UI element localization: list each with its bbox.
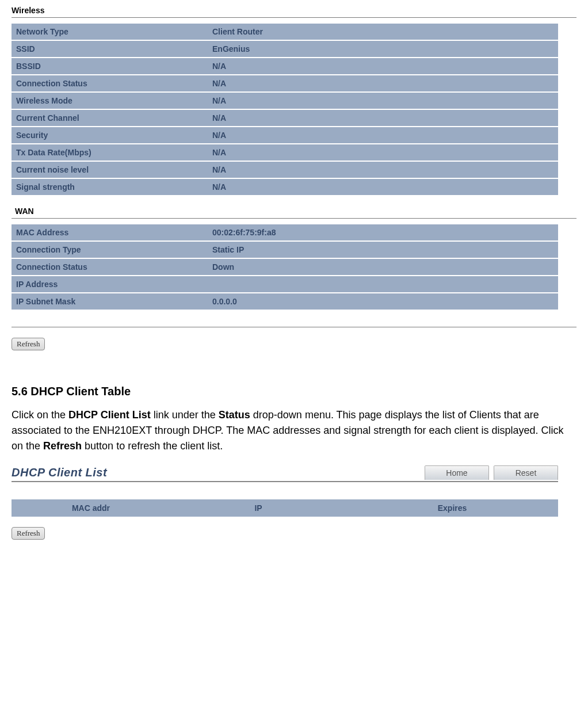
- doc-bold: Status: [219, 409, 250, 421]
- doc-text: button to refresh the client list.: [82, 440, 223, 452]
- row-label: Current noise level: [12, 162, 208, 178]
- table-row: Tx Data Rate(Mbps)N/A: [12, 144, 558, 161]
- row-label: Security: [12, 127, 208, 143]
- row-label: Connection Type: [12, 242, 208, 258]
- row-value: N/A: [208, 75, 558, 91]
- dhcp-client-table: MAC addr IP Expires: [12, 499, 558, 517]
- dhcp-header: DHCP Client List Home Reset: [12, 465, 558, 480]
- table-row: Network TypeClient Router: [12, 24, 558, 40]
- wireless-section-title: Wireless: [12, 6, 576, 15]
- table-row: BSSIDN/A: [12, 58, 558, 74]
- refresh-button[interactable]: Refresh: [12, 338, 45, 350]
- row-label: BSSID: [12, 58, 208, 74]
- row-label: IP Address: [12, 276, 208, 292]
- row-label: MAC Address: [12, 224, 208, 240]
- table-row: Wireless ModeN/A: [12, 93, 558, 109]
- doc-bold: DHCP Client List: [68, 409, 151, 421]
- row-label: Network Type: [12, 24, 208, 40]
- row-value: Static IP: [208, 242, 558, 258]
- row-value: 00:02:6f:75:9f:a8: [208, 224, 558, 240]
- row-value: N/A: [208, 127, 558, 143]
- table-row: Connection StatusDown: [12, 259, 558, 275]
- doc-text: Click on the: [12, 409, 68, 421]
- refresh-button[interactable]: Refresh: [12, 527, 45, 540]
- col-expires-header: Expires: [346, 499, 558, 517]
- row-label: Connection Status: [12, 259, 208, 275]
- row-label: Tx Data Rate(Mbps): [12, 144, 208, 161]
- row-label: IP Subnet Mask: [12, 293, 208, 310]
- wan-section-title: WAN: [12, 207, 576, 216]
- table-header-row: MAC addr IP Expires: [12, 499, 558, 517]
- table-row: Connection TypeStatic IP: [12, 242, 558, 258]
- row-value: [208, 276, 558, 292]
- row-value: Down: [208, 259, 558, 275]
- row-label: Connection Status: [12, 75, 208, 91]
- row-label: Current Channel: [12, 110, 208, 126]
- wan-divider: [12, 218, 576, 219]
- table-row: IP Subnet Mask0.0.0.0: [12, 293, 558, 310]
- row-value: N/A: [208, 162, 558, 178]
- table-row: Current noise levelN/A: [12, 162, 558, 178]
- dhcp-title: DHCP Client List: [12, 466, 107, 479]
- wan-table: MAC Address00:02:6f:75:9f:a8Connection T…: [12, 223, 558, 311]
- dhcp-divider: [12, 481, 558, 482]
- row-value: N/A: [208, 110, 558, 126]
- doc-text: link under the: [151, 409, 219, 421]
- doc-paragraph: Click on the DHCP Client List link under…: [12, 407, 576, 454]
- doc-heading: 5.6 DHCP Client Table: [12, 385, 576, 398]
- table-row: MAC Address00:02:6f:75:9f:a8: [12, 224, 558, 240]
- table-row: SSIDEnGenius: [12, 41, 558, 57]
- row-value: Client Router: [208, 24, 558, 40]
- row-value: N/A: [208, 58, 558, 74]
- row-label: Wireless Mode: [12, 93, 208, 109]
- bottom-divider: [12, 327, 576, 327]
- wireless-table: Network TypeClient RouterSSIDEnGeniusBSS…: [12, 22, 558, 196]
- row-value: N/A: [208, 144, 558, 161]
- row-value: N/A: [208, 93, 558, 109]
- row-value: 0.0.0.0: [208, 293, 558, 310]
- table-row: SecurityN/A: [12, 127, 558, 143]
- col-ip-header: IP: [170, 499, 346, 517]
- col-mac-header: MAC addr: [12, 499, 170, 517]
- row-value: N/A: [208, 179, 558, 195]
- row-label: SSID: [12, 41, 208, 57]
- row-label: Signal strength: [12, 179, 208, 195]
- table-row: Current ChannelN/A: [12, 110, 558, 126]
- table-row: IP Address: [12, 276, 558, 292]
- row-value: EnGenius: [208, 41, 558, 57]
- reset-button[interactable]: Reset: [494, 465, 558, 480]
- wireless-divider: [12, 17, 576, 18]
- home-button[interactable]: Home: [425, 465, 489, 480]
- doc-bold: Refresh: [43, 440, 82, 452]
- table-row: Connection StatusN/A: [12, 75, 558, 91]
- table-row: Signal strengthN/A: [12, 179, 558, 195]
